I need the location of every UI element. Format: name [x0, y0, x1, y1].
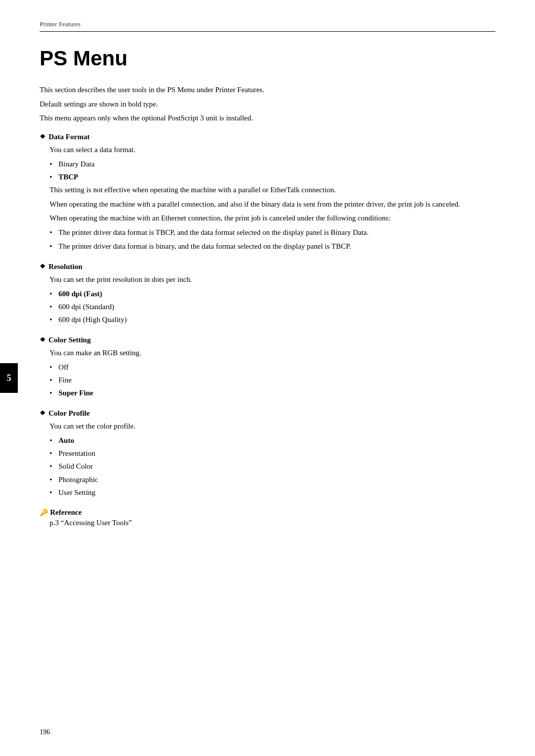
fine-label: Fine: [58, 376, 72, 384]
off-label: Off: [58, 363, 69, 371]
section-heading-color-setting: Color Setting: [40, 336, 495, 344]
data-format-para-1: This setting is not effective when opera…: [50, 184, 495, 196]
data-format-bullets: Binary Data TBCP: [50, 159, 495, 183]
resolution-desc: You can set the print resolution in dots…: [50, 274, 495, 285]
bullet-600dpi-highquality: 600 dpi (High Quality): [50, 314, 495, 325]
nested-bullet-2: The printer driver data format is binary…: [50, 241, 495, 252]
color-setting-desc: You can make an RGB setting.: [50, 347, 495, 359]
intro-line-1: This section describes the user tools in…: [40, 84, 495, 96]
bullet-presentation: Presentation: [50, 448, 495, 459]
data-format-para-3: When operating the machine with an Ether…: [50, 213, 495, 224]
bullet-600dpi-standard: 600 dpi (Standard): [50, 301, 495, 313]
reference-heading-label: Reference: [50, 508, 82, 517]
tbcp-label: TBCP: [58, 173, 78, 181]
section-heading-color-profile: Color Profile: [40, 409, 495, 418]
user-setting-label: User Setting: [58, 488, 96, 496]
color-profile-bullets: Auto Presentation Solid Color Photograph…: [50, 435, 495, 498]
page-container: 5 Printer Features PS Menu This section …: [0, 0, 535, 756]
section-color-profile: Color Profile You can set the color prof…: [40, 409, 495, 499]
chapter-number: 5: [7, 373, 11, 383]
data-format-heading-label: Data Format: [49, 133, 90, 141]
intro-line-3: This menu appears only when the optional…: [40, 112, 495, 124]
resolution-heading-label: Resolution: [49, 263, 82, 271]
nested-bullet-2-label: The printer driver data format is binary…: [58, 242, 351, 250]
page-number: 196: [40, 728, 50, 736]
presentation-label: Presentation: [58, 449, 95, 457]
600dpi-fast-label: 600 dpi (Fast): [58, 290, 102, 298]
bullet-fine: Fine: [50, 375, 495, 386]
section-color-setting: Color Setting You can make an RGB settin…: [40, 336, 495, 399]
bullet-photographic: Photographic: [50, 474, 495, 486]
intro-line-2: Default settings are shown in bold type.: [40, 99, 495, 110]
bullet-user-setting: User Setting: [50, 487, 495, 498]
section-reference: 🔑 Reference p.3 “Accessing User Tools”: [40, 508, 495, 527]
solid-color-label: Solid Color: [58, 462, 93, 470]
super-fine-label: Super Fine: [58, 389, 93, 397]
nested-bullet-1-label: The printer driver data format is TBCP, …: [58, 228, 369, 236]
binary-data-label: Binary Data: [58, 160, 95, 168]
data-format-desc: You can select a data format.: [50, 144, 495, 156]
photographic-label: Photographic: [58, 476, 98, 484]
page-title: PS Menu: [40, 47, 495, 70]
bullet-solid-color: Solid Color: [50, 461, 495, 472]
section-data-format: Data Format You can select a data format…: [40, 133, 495, 253]
data-format-nested-bullets: The printer driver data format is TBCP, …: [50, 227, 495, 253]
bullet-tbcp: TBCP: [50, 171, 495, 183]
reference-text: p.3 “Accessing User Tools”: [50, 519, 495, 527]
reference-heading: 🔑 Reference: [40, 508, 495, 517]
color-profile-desc: You can set the color profile.: [50, 421, 495, 432]
600dpi-highquality-label: 600 dpi (High Quality): [58, 316, 127, 324]
section-resolution: Resolution You can set the print resolut…: [40, 263, 495, 326]
intro-block: This section describes the user tools in…: [40, 84, 495, 124]
bullet-600dpi-fast: 600 dpi (Fast): [50, 288, 495, 300]
bullet-super-fine: Super Fine: [50, 387, 495, 399]
section-heading-resolution: Resolution: [40, 263, 495, 271]
header-area: Printer Features: [40, 20, 495, 32]
auto-label: Auto: [58, 436, 74, 444]
bullet-binary-data: Binary Data: [50, 159, 495, 170]
breadcrumb: Printer Features: [40, 20, 81, 28]
bullet-auto: Auto: [50, 435, 495, 446]
color-setting-bullets: Off Fine Super Fine: [50, 362, 495, 399]
nested-bullet-1: The printer driver data format is TBCP, …: [50, 227, 495, 238]
resolution-bullets: 600 dpi (Fast) 600 dpi (Standard) 600 dp…: [50, 288, 495, 326]
color-setting-heading-label: Color Setting: [49, 336, 91, 344]
bullet-off: Off: [50, 362, 495, 373]
600dpi-standard-label: 600 dpi (Standard): [58, 303, 114, 311]
data-format-para-2: When operating the machine with a parall…: [50, 199, 495, 210]
color-profile-heading-label: Color Profile: [49, 409, 90, 418]
chapter-tab: 5: [0, 363, 18, 393]
key-icon: 🔑: [40, 508, 48, 517]
section-heading-data-format: Data Format: [40, 133, 495, 141]
